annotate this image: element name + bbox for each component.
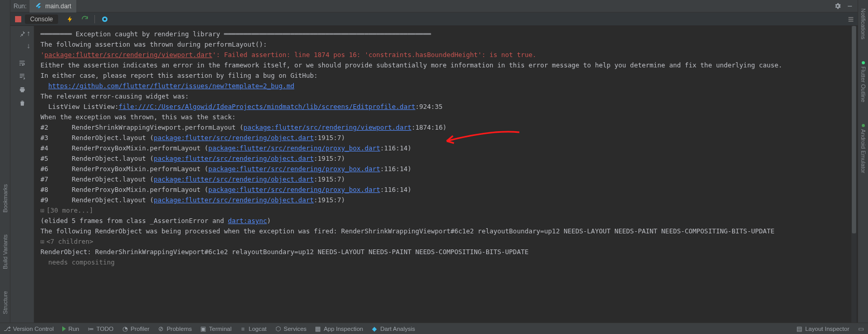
console-line: In either case, please report this asser… xyxy=(40,71,853,81)
console-line: #8 RenderProxyBoxMixin.performLayout (pa… xyxy=(40,185,853,195)
github-link[interactable]: https://github.com/flutter/flutter/issue… xyxy=(48,82,294,90)
svg-rect-3 xyxy=(848,17,853,18)
console-line: #5 RenderObject.layout (package:flutter/… xyxy=(40,154,853,164)
console-toolbar: Console xyxy=(10,12,858,26)
console-line: When the exception was thrown, this was … xyxy=(40,112,853,122)
expand-toolbar-icon[interactable] xyxy=(846,15,856,24)
console-line: https://github.com/flutter/flutter/issue… xyxy=(40,81,853,91)
status-layout-inspector[interactable]: ▤Layout Inspector xyxy=(796,326,849,332)
expand-toggle-icon[interactable]: ⊞ xyxy=(40,238,45,245)
scroll-to-end-icon[interactable] xyxy=(18,72,27,81)
console-line: #7 RenderObject.layout (package:flutter/… xyxy=(40,174,853,185)
package-link[interactable]: package:flutter/src/rendering/object.dar… xyxy=(154,196,314,204)
status-event-log-icon[interactable]: ▭ xyxy=(858,326,864,332)
play-icon xyxy=(62,326,66,331)
console-line: The following RenderObject was being pro… xyxy=(40,226,853,236)
console-line: #4 RenderProxyBoxMixin.performLayout (pa… xyxy=(40,143,853,154)
console-line: The following assertion was thrown durin… xyxy=(40,39,853,50)
console-line: ⊞<7 children> xyxy=(40,236,853,247)
console-line: #9 RenderObject.layout (package:flutter/… xyxy=(40,195,853,205)
console-line: (elided 5 frames from class _AssertionEr… xyxy=(40,216,853,226)
minimize-icon[interactable] xyxy=(845,2,855,11)
status-profiler[interactable]: ◔Profiler xyxy=(122,326,149,332)
package-link[interactable]: package:flutter/src/rendering/proxy_box.… xyxy=(209,186,380,193)
console-line: ⊞[30 more...] xyxy=(40,205,853,216)
package-link[interactable]: package:flutter/src/rendering/proxy_box.… xyxy=(209,144,380,152)
console-line: Either the assertion indicates an error … xyxy=(40,60,853,71)
status-services[interactable]: ⬡Services xyxy=(275,326,307,332)
console-tab[interactable]: Console xyxy=(25,15,58,24)
soft-wrap-icon[interactable] xyxy=(18,58,27,67)
vertical-scrollbar[interactable] xyxy=(851,26,857,323)
package-link[interactable]: package:flutter/src/rendering/viewport.d… xyxy=(45,51,213,59)
hot-restart-icon[interactable] xyxy=(80,15,89,24)
run-topbar: Run: main.dart xyxy=(10,0,858,12)
status-problems[interactable]: ⊘Problems xyxy=(158,326,192,332)
file-link[interactable]: file:///C:/Users/Algowid/IdeaProjects/mi… xyxy=(119,103,416,110)
status-run[interactable]: Run xyxy=(62,326,79,332)
console-line: ListView ListView:file:///C:/Users/Algow… xyxy=(40,102,853,112)
run-tab-label: main.dart xyxy=(45,3,71,10)
package-link[interactable]: package:flutter/src/rendering/object.dar… xyxy=(154,155,314,162)
rail-item-notifications[interactable]: Notifications xyxy=(860,5,866,43)
status-bar: ⎇Version Control Run ≔TODO ◔Profiler ⊘Pr… xyxy=(0,323,868,334)
status-app-inspection[interactable]: ▦App Inspection xyxy=(315,326,363,332)
hot-reload-icon[interactable] xyxy=(65,15,75,24)
rail-item-build-variants[interactable]: Build Variants xyxy=(2,231,8,272)
console-output[interactable]: ════════ Exception caught by rendering l… xyxy=(34,26,858,323)
console-line: #6 RenderProxyBoxMixin.performLayout (pa… xyxy=(40,164,853,174)
clear-icon[interactable] xyxy=(18,99,27,108)
devtools-icon[interactable] xyxy=(100,15,109,24)
left-tool-rail: Bookmarks Build Variants Structure xyxy=(0,0,10,323)
svg-point-2 xyxy=(104,18,106,20)
package-link[interactable]: package:flutter/src/rendering/proxy_box.… xyxy=(209,165,380,173)
status-terminal[interactable]: ▣Terminal xyxy=(200,326,231,332)
status-version-control[interactable]: ⎇Version Control xyxy=(4,326,54,332)
status-dart-analysis[interactable]: ◆Dart Analysis xyxy=(371,326,415,332)
up-arrow-icon[interactable]: ↑ xyxy=(24,29,33,37)
console-gutter xyxy=(10,26,34,323)
expand-toggle-icon[interactable]: ⊞ xyxy=(40,206,45,214)
status-logcat[interactable]: ≡Logcat xyxy=(240,326,267,332)
scrollbar-thumb[interactable] xyxy=(852,26,856,233)
right-tool-rail: Notifications Flutter Outline Android Em… xyxy=(858,0,868,323)
package-link[interactable]: package:flutter/src/rendering/object.dar… xyxy=(154,175,314,183)
down-arrow-icon[interactable]: ↓ xyxy=(24,41,33,50)
console-line: 'package:flutter/src/rendering/viewport.… xyxy=(40,50,853,60)
console-line: needs compositing xyxy=(40,257,853,268)
console-line: #3 RenderObject.layout (package:flutter/… xyxy=(40,133,853,143)
run-tab-main-dart[interactable]: main.dart xyxy=(30,0,76,12)
console-line: ════════ Exception caught by rendering l… xyxy=(40,29,853,39)
console-line: The relevant error-causing widget was: xyxy=(40,91,853,102)
console-line: RenderObject: RenderShrinkWrappingViewpo… xyxy=(40,247,853,257)
run-label: Run: xyxy=(13,3,26,10)
svg-rect-5 xyxy=(848,20,853,21)
print-icon[interactable] xyxy=(18,85,27,94)
dart-async-link[interactable]: dart:async xyxy=(228,217,267,225)
package-link[interactable]: package:flutter/src/rendering/object.dar… xyxy=(154,134,314,142)
settings-icon[interactable] xyxy=(833,2,842,11)
rail-item-bookmarks[interactable]: Bookmarks xyxy=(2,181,8,216)
rail-item-android-emulator[interactable]: Android Emulator xyxy=(860,121,866,176)
rail-item-flutter-outline[interactable]: Flutter Outline xyxy=(860,58,866,105)
console-nav-gutter: ↑ ↓ xyxy=(23,26,34,50)
svg-rect-4 xyxy=(848,19,853,20)
stop-button[interactable] xyxy=(13,15,23,24)
flutter-icon xyxy=(35,3,42,10)
package-link[interactable]: package:flutter/src/rendering/viewport.d… xyxy=(243,123,411,131)
rail-item-structure[interactable]: Structure xyxy=(2,288,8,317)
console-line: #2 RenderShrinkWrappingViewport.performL… xyxy=(40,122,853,133)
status-todo[interactable]: ≔TODO xyxy=(88,326,114,332)
